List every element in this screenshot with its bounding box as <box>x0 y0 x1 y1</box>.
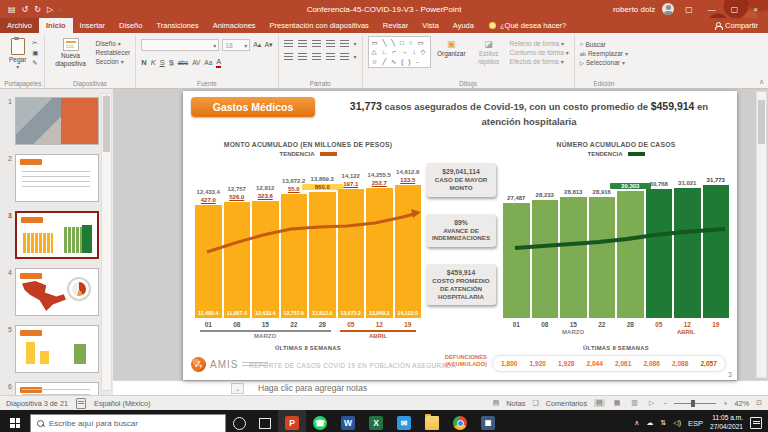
notes-pane[interactable]: ⌄ Haga clic para agregar notas <box>113 380 768 395</box>
taskbar-calculator[interactable]: ▦ <box>474 410 502 432</box>
replace-button[interactable]: abReemplazar▾ <box>580 50 628 57</box>
slide-sorter-view-icon[interactable]: ▦ <box>612 399 623 407</box>
thumbnail-row[interactable]: 2 <box>4 154 101 202</box>
bar-column[interactable]: 28,813 <box>560 158 587 318</box>
shape-outline-button[interactable]: Contorno de forma▾ <box>510 49 569 56</box>
paste-button[interactable]: Pegar ▾ <box>7 36 28 71</box>
slide-4-thumbnail[interactable] <box>15 268 99 316</box>
info-box-costo-promedio[interactable]: $459,914 COSTO PROMEDIO DE ATENCIÓN HOSP… <box>426 264 496 305</box>
chart-monto-acumulado[interactable]: MONTO ACUMULADO (EN MILLONES DE PESOS) T… <box>195 141 421 351</box>
network-icon[interactable]: ⇅ <box>660 419 666 427</box>
bullets-icon[interactable] <box>284 40 293 47</box>
reset-button[interactable]: Restablecer <box>96 49 131 56</box>
bar-column[interactable]: 27,487 <box>503 158 530 318</box>
undo-icon[interactable]: ↺ <box>22 5 29 14</box>
increase-indent-icon[interactable] <box>326 40 335 47</box>
thumbnail-row[interactable]: 6 <box>4 382 101 395</box>
font-size-combo[interactable]: 18▾ <box>222 39 250 51</box>
hidden-icons-chevron[interactable]: ∧ <box>634 419 639 427</box>
taskbar-clock[interactable]: 11:05 a.m. 27/04/2021 <box>710 414 743 431</box>
zoom-level[interactable]: 42% <box>735 399 750 408</box>
tab-inicio[interactable]: Inicio <box>39 18 73 33</box>
paste-dropdown-icon[interactable]: ▾ <box>16 64 19 71</box>
italic-icon[interactable]: K <box>151 58 156 67</box>
format-painter-icon[interactable]: ✎ <box>32 59 38 67</box>
info-box-mayor-monto[interactable]: $29,041,114 CASO DE MAYOR MONTO <box>426 163 496 197</box>
grow-font-icon[interactable]: A▴ <box>253 41 261 49</box>
tab-ayuda[interactable]: Ayuda <box>446 18 481 33</box>
save-icon[interactable]: ▤ <box>8 5 16 14</box>
qat-customize-icon[interactable]: ▾ <box>59 6 62 13</box>
thumbnail-row[interactable]: 4 <box>4 268 101 316</box>
scrollbar-thumb[interactable] <box>103 96 110 152</box>
zoom-in-icon[interactable]: + <box>723 400 727 407</box>
taskbar-explorer[interactable] <box>418 410 446 432</box>
thumbnail-row[interactable]: 3 <box>4 211 101 259</box>
accessibility-checker-icon[interactable] <box>76 398 86 409</box>
ribbon-display-options-icon[interactable]: ▢ <box>681 5 697 14</box>
section-button[interactable]: Sección▾ <box>96 58 131 65</box>
shape-fill-button[interactable]: Relleno de forma▾ <box>510 40 569 47</box>
notes-splitter-icon[interactable]: ⌄ <box>231 383 244 394</box>
slide-5-thumbnail[interactable] <box>15 325 99 373</box>
tab-archivo[interactable]: Archivo <box>0 18 39 33</box>
thumbnail-row[interactable]: 5 <box>4 325 101 373</box>
bar-column[interactable]: 28,233 <box>532 158 559 318</box>
minimize-button[interactable]: — <box>704 5 720 14</box>
start-slideshow-icon[interactable]: ▷ <box>47 5 53 14</box>
bold-icon[interactable]: N <box>141 58 146 67</box>
bar-column[interactable]: 13,672.255.012,757.0 <box>281 158 308 318</box>
fit-slide-icon[interactable]: ⊡ <box>756 399 762 407</box>
tab-dise-o[interactable]: Diseño <box>112 18 149 33</box>
comments-toggle[interactable]: Comentarios <box>546 399 587 408</box>
align-left-icon[interactable] <box>284 53 293 60</box>
select-button[interactable]: ▷Seleccionar▾ <box>580 59 628 66</box>
decrease-indent-icon[interactable] <box>312 40 321 47</box>
bar-column[interactable]: 14,612.8133.514,122.0 <box>395 158 422 318</box>
normal-view-icon[interactable]: ▤ <box>594 399 605 407</box>
onedrive-icon[interactable]: ☁ <box>646 419 653 427</box>
avatar[interactable] <box>662 3 674 15</box>
slideshow-view-icon[interactable]: ▷ <box>647 399 656 407</box>
close-button[interactable]: × <box>749 5 762 14</box>
slide-1-thumbnail[interactable] <box>15 97 99 145</box>
copy-icon[interactable]: ▣ <box>32 49 38 57</box>
slide-counter[interactable]: Diapositiva 3 de 21 <box>6 399 68 408</box>
tab-insertar[interactable]: Insertar <box>73 18 112 33</box>
shape-effects-button[interactable]: Efectos de forma▾ <box>510 58 569 65</box>
font-name-combo[interactable]: ▾ <box>141 39 219 51</box>
tab-vista[interactable]: Vista <box>415 18 446 33</box>
font-color-icon[interactable]: A <box>216 57 221 68</box>
scrollbar-thumb[interactable] <box>758 100 765 144</box>
bar-column[interactable]: 28,916 <box>589 158 616 318</box>
tab-revisar[interactable]: Revisar <box>376 18 415 33</box>
char-spacing-icon[interactable]: AV <box>192 59 200 66</box>
slide-6-thumbnail[interactable] <box>15 382 99 395</box>
change-case-icon[interactable]: Aa <box>204 59 212 66</box>
layout-button[interactable]: Diseño▾ <box>96 40 131 47</box>
collapse-ribbon-icon[interactable]: ∧ <box>759 78 764 86</box>
taskbar-search[interactable]: Escribe aquí para buscar <box>30 414 226 432</box>
action-center-icon[interactable] <box>750 417 762 429</box>
zoom-out-icon[interactable]: − <box>663 400 667 407</box>
comments-icon[interactable]: ❑ <box>532 399 538 407</box>
slide-editor[interactable]: Gastos Médicos 31,773 casos asegurados d… <box>183 91 737 380</box>
strikethrough-icon[interactable]: abc <box>178 59 188 66</box>
slide-headline[interactable]: 31,773 casos asegurados de Covid-19, con… <box>333 98 725 129</box>
taskbar-mail[interactable]: ✉ <box>390 410 418 432</box>
cortana-button[interactable] <box>226 410 252 432</box>
notes-toggle-icon[interactable]: ▤ <box>493 399 500 407</box>
keyboard-language[interactable]: ESP <box>688 419 703 428</box>
slide-2-thumbnail[interactable] <box>15 154 99 202</box>
taskbar-excel[interactable]: X <box>362 410 390 432</box>
chart-numero-casos[interactable]: NÚMERO ACUMULADO DE CASOS TENDENCIA 27,4… <box>503 141 729 351</box>
align-right-icon[interactable] <box>312 53 321 60</box>
canvas-scrollbar[interactable] <box>756 91 767 378</box>
cut-icon[interactable]: ✂ <box>32 39 38 47</box>
columns-icon[interactable] <box>340 53 349 60</box>
thumbnail-scrollbar[interactable]: ▲ <box>101 93 112 391</box>
arrange-button[interactable]: ▣ Organizar <box>435 36 468 58</box>
tab-animaciones[interactable]: Animaciones <box>206 18 263 33</box>
restore-button[interactable]: ▢ <box>727 5 743 14</box>
task-view-button[interactable] <box>252 410 278 432</box>
